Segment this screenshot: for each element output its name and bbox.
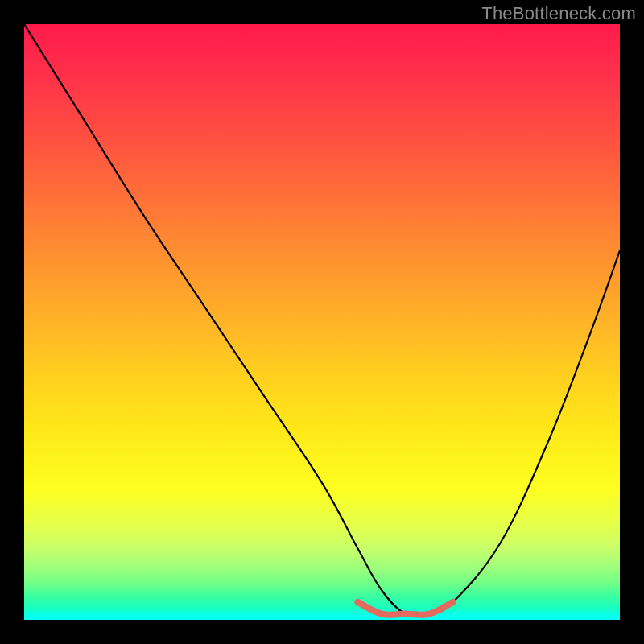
optimal-range-marker-path (357, 602, 452, 615)
chart-svg (24, 24, 620, 620)
optimal-range-marker (357, 602, 452, 615)
bottleneck-curve (24, 24, 620, 617)
chart-frame: TheBottleneck.com (0, 0, 644, 644)
watermark-text: TheBottleneck.com (481, 3, 636, 24)
plot-area (24, 24, 620, 620)
bottleneck-curve-path (24, 24, 620, 617)
